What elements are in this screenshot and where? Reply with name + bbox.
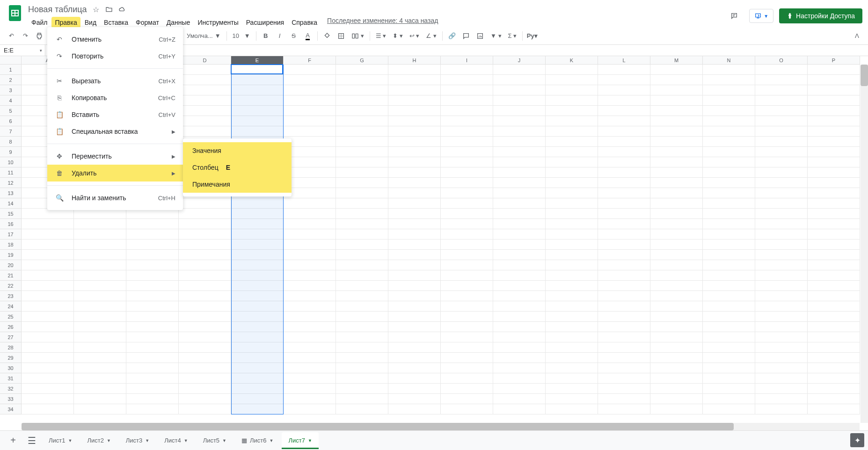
cell[interactable] — [126, 250, 179, 260]
cell[interactable] — [546, 167, 598, 178]
cell[interactable] — [441, 167, 493, 178]
sheet-tab[interactable]: Лист2▼ — [80, 432, 117, 449]
cell[interactable] — [388, 270, 441, 281]
cloud-icon[interactable] — [118, 5, 126, 14]
cell[interactable] — [598, 281, 650, 291]
menu-view[interactable]: Вид — [81, 17, 100, 28]
column-header[interactable]: F — [284, 56, 336, 65]
row-header[interactable]: 10 — [0, 157, 22, 167]
cell[interactable] — [388, 281, 441, 291]
cell[interactable] — [231, 75, 284, 85]
cell[interactable] — [336, 85, 388, 95]
cell[interactable] — [179, 85, 231, 95]
cell[interactable] — [755, 332, 808, 342]
row-header[interactable]: 33 — [0, 394, 22, 404]
cell[interactable] — [231, 260, 284, 270]
cell[interactable] — [755, 353, 808, 363]
cell[interactable] — [336, 260, 388, 270]
cell[interactable] — [388, 332, 441, 342]
cell[interactable] — [808, 219, 860, 229]
cell[interactable] — [598, 178, 650, 188]
cell[interactable] — [598, 363, 650, 373]
font-dropdown[interactable]: Умолча... ▼ — [184, 32, 224, 39]
cell[interactable] — [546, 373, 598, 384]
cell[interactable] — [598, 404, 650, 414]
sheet-tab[interactable]: Лист5▼ — [197, 432, 233, 449]
cell[interactable] — [231, 281, 284, 291]
cell[interactable] — [493, 85, 546, 95]
cell[interactable] — [231, 116, 284, 126]
cell[interactable] — [22, 281, 74, 291]
column-header[interactable]: P — [808, 56, 860, 65]
cell[interactable] — [388, 137, 441, 147]
cell[interactable] — [598, 312, 650, 322]
chart-button[interactable] — [474, 29, 487, 43]
cell[interactable] — [650, 188, 703, 198]
cell[interactable] — [336, 270, 388, 281]
sheet-tab[interactable]: Лист7▼ — [282, 432, 318, 449]
cell[interactable] — [650, 332, 703, 342]
cell[interactable] — [284, 353, 336, 363]
cell[interactable] — [22, 342, 74, 353]
cell[interactable] — [126, 281, 179, 291]
cell[interactable] — [808, 106, 860, 116]
cell[interactable] — [231, 219, 284, 229]
cell[interactable] — [179, 332, 231, 342]
cell[interactable] — [388, 106, 441, 116]
cell[interactable] — [74, 209, 126, 219]
cell[interactable] — [284, 240, 336, 250]
column-header[interactable]: D — [179, 56, 231, 65]
font-size[interactable]: 10 ▼ — [230, 32, 253, 39]
cell[interactable] — [284, 95, 336, 106]
cell[interactable] — [546, 147, 598, 157]
cell[interactable] — [546, 394, 598, 404]
cell[interactable] — [284, 260, 336, 270]
cell[interactable] — [546, 198, 598, 209]
cell[interactable] — [179, 65, 231, 75]
cell[interactable] — [74, 312, 126, 322]
column-header[interactable]: L — [598, 56, 650, 65]
cell[interactable] — [74, 291, 126, 301]
cell[interactable] — [126, 332, 179, 342]
cell[interactable] — [546, 342, 598, 353]
cell[interactable] — [493, 322, 546, 332]
cell[interactable] — [650, 178, 703, 188]
cell[interactable] — [336, 394, 388, 404]
cell[interactable] — [650, 75, 703, 85]
cell[interactable] — [808, 353, 860, 363]
cell[interactable] — [22, 332, 74, 342]
menu-find-replace[interactable]: 🔍Найти и заменитьCtrl+H — [47, 189, 183, 206]
chevron-down-icon[interactable]: ▼ — [184, 438, 188, 443]
cell[interactable] — [22, 394, 74, 404]
cell[interactable] — [179, 322, 231, 332]
cell[interactable] — [703, 75, 755, 85]
cell[interactable] — [22, 404, 74, 414]
cell[interactable] — [650, 95, 703, 106]
cell[interactable] — [388, 116, 441, 126]
cell[interactable] — [388, 301, 441, 312]
cell[interactable] — [598, 95, 650, 106]
cell[interactable] — [493, 147, 546, 157]
cell[interactable] — [179, 106, 231, 116]
text-color-button[interactable]: A — [301, 29, 314, 43]
menu-paste[interactable]: 📋ВставитьCtrl+V — [47, 106, 183, 123]
cell[interactable] — [650, 209, 703, 219]
cell[interactable] — [808, 198, 860, 209]
cell[interactable] — [126, 291, 179, 301]
row-header[interactable]: 7 — [0, 126, 22, 137]
cell[interactable] — [284, 116, 336, 126]
cell[interactable] — [703, 219, 755, 229]
sheet-tab[interactable]: Лист1▼ — [42, 432, 79, 449]
cell[interactable] — [546, 353, 598, 363]
cell[interactable] — [703, 332, 755, 342]
horizontal-scrollbar[interactable] — [22, 423, 860, 430]
cell[interactable] — [493, 281, 546, 291]
cell[interactable] — [755, 137, 808, 147]
rotate-button[interactable]: ∠ ▾ — [423, 32, 439, 39]
cell[interactable] — [755, 178, 808, 188]
cell[interactable] — [231, 394, 284, 404]
cell[interactable] — [650, 322, 703, 332]
cell[interactable] — [336, 126, 388, 137]
cell[interactable] — [650, 147, 703, 157]
cell[interactable] — [441, 229, 493, 240]
